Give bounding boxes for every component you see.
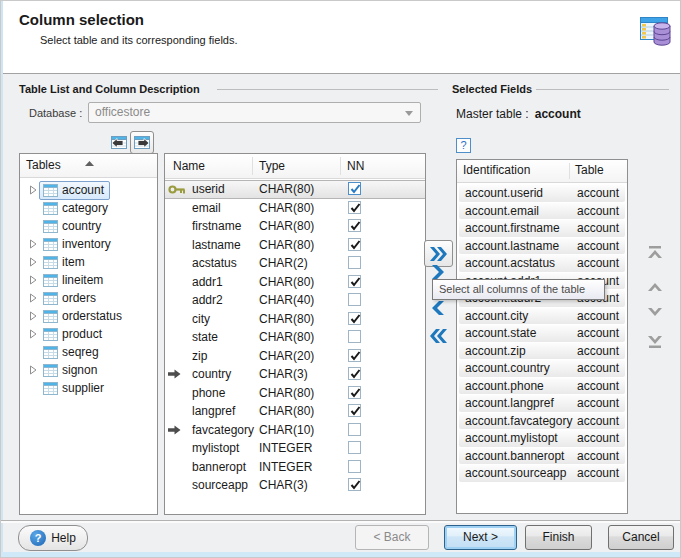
finish-button[interactable]: Finish	[525, 525, 592, 550]
expander-icon[interactable]	[26, 329, 39, 339]
nn-checkbox-checked[interactable]	[348, 349, 361, 362]
move-up-button[interactable]	[646, 277, 664, 293]
column-row-userid[interactable]: useridCHAR(80)	[165, 180, 425, 199]
tree-item-inventory[interactable]: inventory	[20, 235, 157, 253]
expander-icon[interactable]	[26, 185, 39, 195]
column-row-addr1[interactable]: addr1CHAR(80)	[165, 273, 425, 292]
add-all-columns-button[interactable]	[424, 240, 453, 267]
next-table-button[interactable]	[130, 131, 154, 154]
nn-checkbox-checked[interactable]	[348, 238, 361, 251]
field-help-button[interactable]: ?	[456, 138, 471, 153]
selected-field-row[interactable]: account.firstnameaccount	[459, 220, 625, 237]
nn-checkbox-unchecked[interactable]	[348, 330, 361, 343]
tree-item-body[interactable]: country	[39, 217, 107, 236]
selected-field-row[interactable]: account.banneroptaccount	[459, 448, 625, 465]
nn-checkbox-checked[interactable]	[348, 201, 361, 214]
tree-item-body[interactable]: account	[39, 181, 110, 200]
column-header-type[interactable]: Type	[259, 159, 285, 173]
expander-icon[interactable]	[26, 275, 39, 285]
column-row-mylistopt[interactable]: mylistoptINTEGER	[165, 439, 425, 458]
tree-item-body[interactable]: seqreg	[39, 343, 105, 362]
column-row-phone[interactable]: phoneCHAR(80)	[165, 384, 425, 403]
nn-checkbox-checked[interactable]	[348, 182, 361, 195]
tree-item-body[interactable]: item	[39, 253, 91, 272]
column-row-sourceapp[interactable]: sourceappCHAR(3)	[165, 476, 425, 495]
nn-checkbox-unchecked[interactable]	[348, 441, 361, 454]
tree-item-item[interactable]: item	[20, 253, 157, 271]
move-to-top-button[interactable]	[646, 245, 664, 261]
selected-field-row[interactable]: account.lastnameaccount	[459, 238, 625, 255]
nn-checkbox-unchecked[interactable]	[348, 460, 361, 473]
selected-field-row[interactable]: account.emailaccount	[459, 203, 625, 220]
column-row-favcategory[interactable]: favcategoryCHAR(10)	[165, 421, 425, 440]
nn-checkbox-unchecked[interactable]	[348, 423, 361, 436]
tree-item-body[interactable]: orderstatus	[39, 307, 128, 326]
cancel-button[interactable]: Cancel	[608, 525, 674, 550]
selected-field-row[interactable]: account.zipaccount	[459, 343, 625, 360]
tree-item-seqreg[interactable]: seqreg	[20, 343, 157, 361]
selected-field-row[interactable]: account.cityaccount	[459, 308, 625, 325]
next-button[interactable]: Next >	[444, 525, 517, 550]
help-button[interactable]: ? Help	[18, 525, 88, 551]
tree-item-body[interactable]: category	[39, 199, 114, 218]
nn-checkbox-checked[interactable]	[348, 367, 361, 380]
selected-field-row[interactable]: account.sourceappaccount	[459, 465, 625, 482]
tree-item-body[interactable]: lineitem	[39, 271, 109, 290]
nn-checkbox-checked[interactable]	[348, 312, 361, 325]
expander-icon[interactable]	[26, 293, 39, 303]
selected-field-row[interactable]: account.countryaccount	[459, 360, 625, 377]
nn-checkbox-checked[interactable]	[348, 386, 361, 399]
tree-item-country[interactable]: country	[20, 217, 157, 235]
tree-item-lineitem[interactable]: lineitem	[20, 271, 157, 289]
nn-checkbox-checked[interactable]	[348, 275, 361, 288]
selected-field-row[interactable]: account.stateaccount	[459, 325, 625, 342]
header-table[interactable]: Table	[575, 163, 604, 177]
tree-item-body[interactable]: orders	[39, 289, 102, 308]
selected-field-row[interactable]: account.mylistoptaccount	[459, 430, 625, 447]
expander-icon[interactable]	[26, 365, 39, 375]
column-row-firstname[interactable]: firstnameCHAR(80)	[165, 217, 425, 236]
column-header-nn[interactable]: NN	[347, 159, 364, 173]
selected-field-row[interactable]: account.langprefaccount	[459, 395, 625, 412]
tree-item-category[interactable]: category	[20, 199, 157, 217]
selected-field-row[interactable]: account.acstatusaccount	[459, 255, 625, 272]
header-identification[interactable]: Identification	[463, 163, 530, 177]
remove-all-columns-button[interactable]	[425, 329, 451, 343]
tree-item-orderstatus[interactable]: orderstatus	[20, 307, 157, 325]
column-row-zip[interactable]: zipCHAR(20)	[165, 347, 425, 366]
tree-item-body[interactable]: supplier	[39, 379, 110, 398]
expander-icon[interactable]	[26, 239, 39, 249]
column-row-banneropt[interactable]: banneroptINTEGER	[165, 458, 425, 477]
tables-header[interactable]: Tables	[20, 154, 157, 178]
tree-item-orders[interactable]: orders	[20, 289, 157, 307]
prev-table-button[interactable]	[107, 132, 129, 153]
tree-item-supplier[interactable]: supplier	[20, 379, 157, 397]
nn-checkbox-checked[interactable]	[348, 219, 361, 232]
tree-item-body[interactable]: signon	[39, 361, 103, 380]
add-column-button[interactable]	[430, 265, 446, 279]
tree-item-body[interactable]: product	[39, 325, 108, 344]
selected-field-row[interactable]: account.favcategoryaccount	[459, 413, 625, 430]
column-row-acstatus[interactable]: acstatusCHAR(2)	[165, 254, 425, 273]
tree-item-signon[interactable]: signon	[20, 361, 157, 379]
nn-checkbox-unchecked[interactable]	[348, 293, 361, 306]
nn-checkbox-checked[interactable]	[348, 404, 361, 417]
selected-field-row[interactable]: account.phoneaccount	[459, 378, 625, 395]
move-down-button[interactable]	[646, 305, 664, 321]
tree-item-product[interactable]: product	[20, 325, 157, 343]
expander-icon[interactable]	[26, 257, 39, 267]
column-header-name[interactable]: Name	[173, 159, 205, 173]
tree-item-account[interactable]: account	[20, 181, 157, 199]
nn-checkbox-unchecked[interactable]	[348, 256, 361, 269]
column-row-addr2[interactable]: addr2CHAR(40)	[165, 291, 425, 310]
column-row-state[interactable]: stateCHAR(80)	[165, 328, 425, 347]
column-row-city[interactable]: cityCHAR(80)	[165, 310, 425, 329]
move-to-bottom-button[interactable]	[646, 333, 664, 349]
column-row-country[interactable]: countryCHAR(3)	[165, 365, 425, 384]
nn-checkbox-checked[interactable]	[348, 478, 361, 491]
tree-item-body[interactable]: inventory	[39, 235, 117, 254]
remove-column-button[interactable]	[430, 301, 446, 315]
column-row-langpref[interactable]: langprefCHAR(80)	[165, 402, 425, 421]
column-row-lastname[interactable]: lastnameCHAR(80)	[165, 236, 425, 255]
selected-field-row[interactable]: account.useridaccount	[459, 185, 625, 202]
